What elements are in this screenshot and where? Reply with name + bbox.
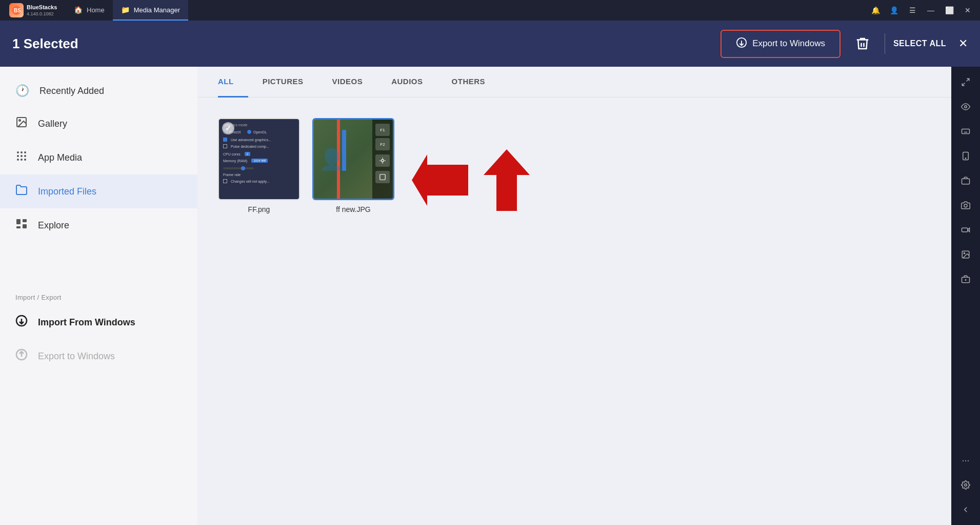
svg-point-30	[965, 106, 967, 108]
tab-pictures[interactable]: PICTURES	[248, 67, 318, 98]
svg-rect-25	[380, 174, 386, 180]
arrow-up	[484, 149, 530, 213]
tab-media-manager[interactable]: 📁 Media Manager	[113, 0, 188, 21]
recently-added-label: Recently Added	[39, 86, 104, 96]
svg-rect-16	[16, 226, 21, 228]
right-btn-image[interactable]	[954, 243, 977, 266]
svg-point-40	[964, 204, 967, 207]
sidebar: 🕐 Recently Added Gallery App	[0, 67, 197, 525]
tab-audios[interactable]: AUDIOS	[377, 67, 437, 98]
ff-new-jpg-thumbnail: ✓ F1 F2	[312, 118, 394, 200]
sidebar-item-explore[interactable]: Explore	[0, 208, 197, 242]
tab-others[interactable]: OTHERS	[437, 67, 500, 98]
svg-line-29	[962, 83, 965, 86]
svg-point-10	[24, 155, 26, 157]
export-sidebar-icon	[15, 348, 28, 364]
app-name: BlueStacks	[27, 4, 57, 11]
close-btn[interactable]: ✕	[959, 2, 976, 18]
svg-point-5	[17, 151, 19, 153]
account-btn[interactable]: 👤	[886, 2, 902, 18]
logo-icon: BS	[9, 3, 24, 17]
imported-files-label: Imported Files	[38, 186, 96, 197]
tab-home[interactable]: 🏠 Home	[66, 0, 113, 21]
import-icon	[15, 315, 28, 330]
home-tab-icon: 🏠	[74, 6, 83, 14]
arrow-left	[412, 154, 468, 208]
notification-btn[interactable]: 🔔	[867, 2, 884, 18]
media-manager-tab-icon: 📁	[121, 6, 130, 14]
svg-text:BS: BS	[14, 8, 21, 13]
export-icon	[736, 37, 747, 51]
app-logo: BS BlueStacks 4.140.0.1082	[4, 3, 66, 17]
svg-point-9	[21, 155, 23, 157]
right-btn-keyboard[interactable]	[954, 120, 977, 143]
ff-png-checkbox[interactable]: ✓	[222, 122, 234, 134]
svg-rect-14	[16, 219, 21, 224]
delete-button[interactable]	[849, 30, 876, 57]
gallery-label: Gallery	[38, 119, 67, 129]
sidebar-item-recently-added[interactable]: 🕐 Recently Added	[0, 75, 197, 107]
right-btn-settings[interactable]	[954, 474, 977, 496]
sidebar-item-export-to-windows[interactable]: Export to Windows	[0, 339, 197, 373]
svg-rect-41	[962, 228, 968, 232]
right-panel: ···	[951, 67, 980, 525]
file-item-ff-png[interactable]: ✓ Graphics mode DirectX OpenGL Use advan…	[218, 118, 300, 213]
tab-all[interactable]: ALL	[218, 67, 248, 98]
sidebar-item-imported-files[interactable]: Imported Files	[0, 174, 197, 208]
explore-icon	[15, 218, 28, 233]
right-btn-briefcase[interactable]	[954, 169, 977, 192]
ff-png-thumbnail: ✓ Graphics mode DirectX OpenGL Use advan…	[218, 118, 300, 200]
toolbar: 1 Selected Export to Windows SELECT ALL …	[0, 21, 980, 67]
svg-point-20	[382, 160, 384, 162]
svg-point-48	[965, 484, 967, 487]
svg-rect-31	[962, 129, 970, 134]
svg-marker-27	[484, 149, 530, 211]
gallery-icon	[15, 116, 28, 131]
svg-point-38	[965, 158, 966, 159]
tab-videos[interactable]: VIDEOS	[318, 67, 377, 98]
window-controls: 🔔 👤 ☰ — ⬜ ✕	[867, 2, 976, 18]
app-media-label: App Media	[38, 152, 82, 163]
right-btn-camera[interactable]	[954, 194, 977, 217]
svg-point-12	[21, 159, 23, 161]
select-all-button[interactable]: SELECT ALL	[893, 39, 946, 48]
maximize-btn[interactable]: ⬜	[941, 2, 957, 18]
right-btn-back[interactable]	[954, 498, 977, 521]
explore-label: Explore	[38, 220, 69, 231]
svg-point-8	[17, 155, 19, 157]
svg-line-28	[967, 79, 969, 81]
sidebar-item-import-from-windows[interactable]: Import From Windows	[0, 305, 197, 339]
menu-btn[interactable]: ☰	[904, 2, 921, 18]
selected-count: 1 Selected	[12, 36, 78, 52]
import-from-windows-label: Import From Windows	[38, 317, 135, 328]
svg-rect-15	[23, 219, 27, 222]
export-btn-label: Export to Windows	[752, 38, 825, 49]
svg-point-7	[24, 151, 26, 153]
right-btn-eye[interactable]	[954, 95, 977, 118]
svg-point-44	[964, 252, 965, 254]
file-item-ff-new-jpg[interactable]: ✓ F1 F2	[312, 118, 394, 213]
right-btn-briefcase2[interactable]	[954, 268, 977, 290]
annotation-arrows	[412, 149, 530, 213]
home-tab-label: Home	[87, 6, 105, 14]
sidebar-item-gallery[interactable]: Gallery	[0, 107, 197, 141]
right-btn-more[interactable]: ···	[954, 449, 977, 472]
file-grid: ✓ Graphics mode DirectX OpenGL Use advan…	[197, 98, 951, 525]
app-media-icon	[15, 150, 28, 165]
svg-point-11	[17, 159, 19, 161]
media-manager-tab-label: Media Manager	[134, 6, 180, 14]
export-to-windows-button[interactable]: Export to Windows	[721, 30, 841, 58]
ff-png-label: FF.png	[248, 205, 270, 213]
right-btn-tablet[interactable]	[954, 145, 977, 167]
sidebar-item-app-media[interactable]: App Media	[0, 141, 197, 174]
toolbar-divider	[885, 33, 885, 54]
right-btn-expand[interactable]	[954, 71, 977, 93]
right-btn-video[interactable]	[954, 219, 977, 241]
content-area: ALL PICTURES VIDEOS AUDIOS OTHERS ✓	[197, 67, 951, 525]
close-selection-button[interactable]: ✕	[958, 37, 968, 50]
ff-new-jpg-label: ff new.JPG	[336, 205, 370, 213]
import-export-section-label: Import / Export	[0, 283, 197, 305]
title-bar: BS BlueStacks 4.140.0.1082 🏠 Home 📁 Medi…	[0, 0, 980, 21]
minimize-btn[interactable]: —	[923, 2, 939, 18]
svg-rect-39	[962, 179, 970, 184]
